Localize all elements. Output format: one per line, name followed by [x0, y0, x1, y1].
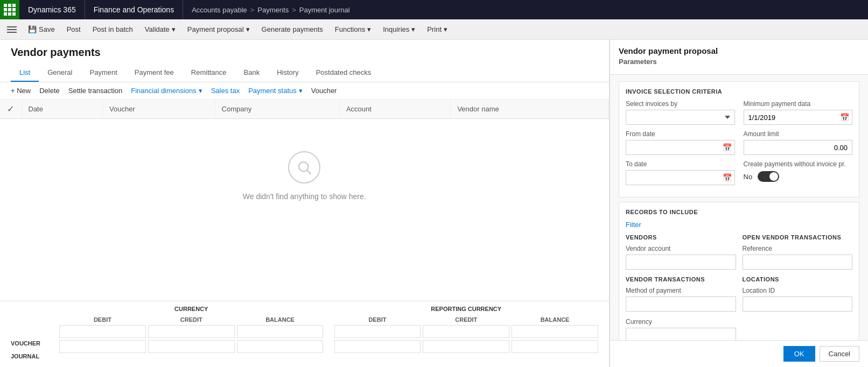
checkbox-column-header[interactable]: ✓	[0, 100, 22, 119]
to-date-input[interactable]	[626, 170, 735, 185]
tab-bank[interactable]: Bank	[235, 64, 269, 82]
journal-balance-currency-input[interactable]	[237, 340, 324, 353]
voucher-credit-reporting-input[interactable]	[423, 325, 509, 338]
reporting-balance-header: BALANCE	[512, 314, 598, 325]
payment-status-arrow: ▾	[299, 87, 303, 95]
financial-dimensions-arrow: ▾	[199, 87, 202, 95]
breadcrumb-payments[interactable]: Payments	[257, 6, 289, 14]
tab-payment-fee[interactable]: Payment fee	[126, 64, 183, 82]
cancel-button[interactable]: Cancel	[820, 346, 859, 362]
currency-credit-header: CREDIT	[148, 314, 235, 325]
payment-proposal-button[interactable]: Payment proposal ▾	[182, 20, 255, 39]
select-invoices-by-dropdown[interactable]	[626, 110, 735, 125]
journal-credit-currency-input[interactable]	[148, 340, 235, 353]
save-icon: 💾	[28, 25, 37, 33]
inquiries-dropdown-arrow: ▾	[411, 25, 415, 33]
select-invoices-by-field: Select invoices by	[626, 100, 735, 125]
delete-button[interactable]: Delete	[39, 87, 60, 95]
tab-payment[interactable]: Payment	[81, 64, 125, 82]
journal-debit-currency-input[interactable]	[59, 340, 146, 353]
reference-input[interactable]	[743, 255, 853, 270]
sales-tax-button[interactable]: Sales tax	[211, 87, 240, 95]
tab-list[interactable]: List	[11, 64, 39, 82]
print-button[interactable]: Print ▾	[422, 20, 453, 39]
finance-operations-link[interactable]: Finance and Operations	[85, 0, 183, 19]
method-of-payment-input[interactable]	[626, 297, 736, 312]
from-date-field: From date 📅	[626, 130, 735, 155]
panel-ok-cancel: OK Cancel	[610, 340, 868, 367]
empty-state-text: We didn't find anything to show here.	[243, 192, 366, 201]
invoice-criteria-row: Select invoices by Minimum payment data …	[626, 100, 852, 125]
panel-body: INVOICE SELECTION CRITERIA Select invoic…	[610, 75, 868, 361]
hamburger-button[interactable]	[2, 19, 22, 40]
location-id-input[interactable]	[743, 297, 853, 312]
currency-section: CURRENCY DEBIT CREDIT	[59, 306, 324, 353]
breadcrumb: Accounts payable > Payments > Payment jo…	[183, 6, 359, 14]
amount-limit-field: Amount limit	[744, 130, 853, 155]
locations-title: LOCATIONS	[743, 276, 853, 283]
from-date-input[interactable]	[626, 140, 735, 155]
voucher-balance-currency-input[interactable]	[237, 325, 324, 338]
voucher-debit-reporting-input[interactable]	[334, 325, 421, 338]
inquiries-button[interactable]: Inquiries ▾	[377, 20, 421, 39]
create-payments-field: Create payments without invoice pr. No	[744, 160, 853, 185]
records-to-include-section: Records to include Filter VENDORS Vendor…	[619, 202, 859, 350]
breadcrumb-payment-journal[interactable]: Payment journal	[299, 6, 350, 14]
tab-remittance[interactable]: Remittance	[183, 64, 235, 82]
post-in-batch-button[interactable]: Post in batch	[87, 20, 138, 39]
voucher-button[interactable]: Voucher	[311, 87, 337, 95]
tab-general[interactable]: General	[39, 64, 81, 82]
currency-debit-header: DEBIT	[59, 314, 146, 325]
vendor-transactions-title: VENDOR TRANSACTIONS	[626, 276, 736, 283]
voucher-balance-reporting-input[interactable]	[512, 325, 598, 338]
reference-label: Reference	[743, 245, 853, 252]
functions-button[interactable]: Functions ▾	[330, 20, 376, 39]
to-date-wrapper: 📅	[626, 170, 735, 185]
amount-limit-input[interactable]	[744, 140, 853, 155]
invoice-selection-section: INVOICE SELECTION CRITERIA Select invoic…	[619, 81, 859, 197]
empty-state: We didn't find anything to show here.	[0, 119, 609, 233]
post-button[interactable]: Post	[61, 20, 86, 39]
page-title: Vendor payments	[11, 46, 598, 59]
minimum-payment-date-input[interactable]	[744, 110, 853, 125]
select-all-checkbox[interactable]: ✓	[7, 104, 14, 114]
new-button[interactable]: + New	[11, 87, 31, 95]
create-payments-toggle[interactable]	[758, 171, 779, 182]
dynamics-365-link[interactable]: Dynamics 365	[19, 0, 85, 19]
financial-dimensions-button[interactable]: Financial dimensions ▾	[131, 87, 202, 95]
tab-bar: List General Payment Payment fee Remitta…	[0, 64, 609, 82]
hamburger-icon	[7, 29, 17, 30]
journal-balance-reporting-input[interactable]	[512, 340, 598, 353]
currency-column: Currency	[626, 318, 736, 343]
reporting-currency-section: REPORTING CURRENCY DEBIT CREDIT	[334, 306, 599, 353]
waffle-button[interactable]	[0, 0, 19, 19]
vendor-account-input[interactable]	[626, 255, 736, 270]
filter-link[interactable]: Filter	[626, 221, 641, 229]
validate-button[interactable]: Validate ▾	[139, 20, 181, 39]
invoice-selection-title: INVOICE SELECTION CRITERIA	[626, 88, 852, 95]
top-nav: Dynamics 365 Finance and Operations Acco…	[0, 0, 868, 19]
account-column-header: Account	[339, 100, 450, 119]
empty-state-icon	[296, 159, 312, 175]
save-button[interactable]: 💾 Save	[23, 20, 60, 39]
settle-transaction-button[interactable]: Settle transaction	[68, 87, 122, 95]
minimum-payment-date-field: Minimum payment data 📅	[744, 100, 853, 125]
tab-history[interactable]: History	[268, 64, 307, 82]
payment-status-button[interactable]: Payment status ▾	[248, 87, 303, 95]
create-payments-label: Create payments without invoice pr.	[744, 160, 853, 168]
generate-payments-button[interactable]: Generate payments	[256, 20, 328, 39]
main-layout: Vendor payments List General Payment Pay…	[0, 40, 868, 367]
voucher-credit-currency-input[interactable]	[148, 325, 235, 338]
no-label: No	[744, 173, 753, 181]
currency-balance-header: BALANCE	[237, 314, 324, 325]
voucher-debit-currency-input[interactable]	[59, 325, 146, 338]
tab-postdated-checks[interactable]: Postdated checks	[307, 64, 380, 82]
vendors-title: VENDORS	[626, 234, 736, 241]
breadcrumb-accounts-payable[interactable]: Accounts payable	[192, 6, 247, 14]
ok-button[interactable]: OK	[783, 346, 815, 362]
payment-proposal-dropdown-arrow: ▾	[246, 25, 250, 33]
vendor-account-label: Vendor account	[626, 245, 736, 252]
open-vendor-transactions-title: OPEN VENDOR TRANSACTIONS	[743, 234, 853, 241]
journal-debit-reporting-input[interactable]	[334, 340, 421, 353]
journal-credit-reporting-input[interactable]	[423, 340, 509, 353]
